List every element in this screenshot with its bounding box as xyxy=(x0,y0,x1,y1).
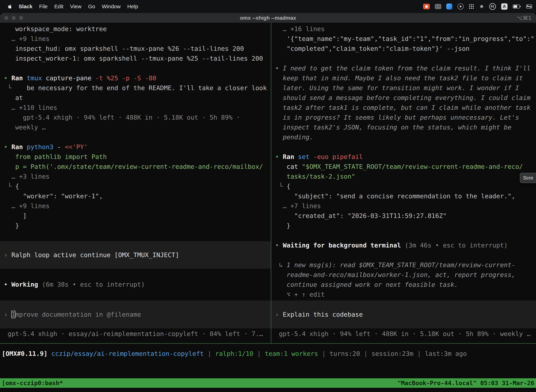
close-button[interactable] xyxy=(4,16,9,20)
terminal-line: weekly … xyxy=(0,122,271,132)
menu-item-edit[interactable]: Edit xyxy=(54,4,63,9)
prompt-suggestion-row[interactable]: › Explain this codebase xyxy=(271,300,536,328)
terminal-line: readme-and-reco/mailbox/worker-1.json, a… xyxy=(271,270,536,280)
omx-status-line: [OMX#0.11.9] cczip/essay/ai-reimplementa… xyxy=(2,349,536,359)
terminal-line: • Ran tmux capture-pane -t %25 -p -S -80 xyxy=(0,73,271,83)
terminal-line: … +3 lines xyxy=(0,172,271,182)
menu-item-help[interactable]: Help xyxy=(127,4,138,9)
screen-tooltip: Scre xyxy=(520,173,536,183)
spacer xyxy=(0,289,271,300)
terminal-line: └ { xyxy=(0,182,271,191)
terminal-line: later. Using the same for transition mig… xyxy=(271,83,536,93)
terminal-pane-left[interactable]: workspace_mode: worktree … +9 lines insp… xyxy=(0,23,271,343)
menu-item-app[interactable]: Slack xyxy=(19,4,32,9)
terminal-line: • Waiting for background terminal (3m 46… xyxy=(271,240,536,250)
terminal-line: } xyxy=(271,221,536,231)
tmux-host-clock-label: "MacBook-Pro-44.local" 05:03 31-Mar-26 xyxy=(397,379,534,387)
utility-icon[interactable] xyxy=(479,0,484,13)
menu-item-go[interactable]: Go xyxy=(88,4,95,9)
display-grid-icon[interactable] xyxy=(435,0,441,13)
terminal-line: inspect_worker-1: omx sparkshell --tmux-… xyxy=(0,54,271,63)
terminal-line: "subject": "send a concise recommendatio… xyxy=(271,191,536,201)
terminal-line: inspect task2's JSON, focusing on the st… xyxy=(271,122,536,132)
terminal-line: continue assigned work or next feasible … xyxy=(271,280,536,289)
spacer xyxy=(0,231,271,241)
terminal-line: } xyxy=(0,221,271,231)
menu-item-file[interactable]: File xyxy=(39,4,48,9)
terminal-line: … +9 lines xyxy=(0,34,271,44)
tmux-status-bar: [omx-cczip0:bash* "MacBook-Pro-44.local"… xyxy=(0,378,536,388)
battery-icon[interactable] xyxy=(513,0,521,13)
terminal-line xyxy=(271,142,536,152)
terminal-line: • Working (6m 38s • esc to interrupt) xyxy=(0,280,271,289)
terminal-line: … +9 lines xyxy=(0,201,271,211)
terminal-line: gpt-5.4 xhigh · 94% left · 488K in · 5.1… xyxy=(271,329,536,339)
terminal-line: "created_at": "2026-03-31T11:59:27.816Z" xyxy=(271,211,536,221)
apple-menu-icon[interactable] xyxy=(8,4,12,9)
terminal-line: pending. xyxy=(271,132,536,142)
terminal-line: … +110 lines xyxy=(0,103,271,112)
terminal-line: … +16 lines xyxy=(271,24,536,34)
terminal-line: ] xyxy=(0,211,271,221)
battery-percent-text: 61 xyxy=(491,5,494,8)
input-source-icon[interactable]: A xyxy=(501,0,507,13)
screen-tooltip-text: Scre xyxy=(523,175,533,181)
tmux-session-window-label: [omx-cczip0:bash* xyxy=(2,379,63,387)
window-shortcut-badge: ⌥⌘1 xyxy=(517,15,531,21)
menu-bar: Slack File Edit View Go Window Help 61 A xyxy=(0,0,536,13)
terminal-line: … +7 lines xyxy=(271,201,536,211)
terminal-line: gpt-5.4 xhigh · essay/ai-reimplementatio… xyxy=(0,329,271,339)
minimize-button[interactable] xyxy=(12,16,16,20)
terminal-line: • Ran python3 - <<'PY' xyxy=(0,142,271,152)
menu-bar-left: Slack File Edit View Go Window Help xyxy=(0,4,138,9)
terminal-line: "worker": "worker-1", xyxy=(0,191,271,201)
window-title: omx --xhigh --madmax xyxy=(240,15,296,21)
circle-app-icon[interactable] xyxy=(458,0,464,13)
terminal-line: gpt-5.4 xhigh · 94% left · 488K in · 5.1… xyxy=(0,112,271,122)
terminal-pane-right[interactable]: … +16 lines '{"team_name":"my-team","tas… xyxy=(271,23,536,343)
screen-recording-indicator-icon[interactable] xyxy=(423,0,430,13)
traffic-lights xyxy=(4,16,23,20)
terminal-line: tasks/task-2.json" xyxy=(271,172,536,182)
prompt-suggestion-row[interactable]: › Improve documentation in @filename xyxy=(0,300,271,328)
control-center-icon[interactable] xyxy=(526,0,532,13)
prompt-suggestion-row[interactable]: › Ralph loop active continue [OMX_TMUX_I… xyxy=(0,241,271,269)
terminal-window: omx --xhigh --madmax ⌥⌘1 workspace_mode:… xyxy=(0,13,536,392)
menu-bar-status-items: 61 A xyxy=(423,0,536,13)
terminal-line: └ { xyxy=(271,182,536,191)
spacer xyxy=(0,269,271,280)
terminal-line: ↳ 1 new msg(s): read $OMX_TEAM_STATE_ROO… xyxy=(271,260,536,270)
terminal-line: '{"team_name":"my-team","task_id":"1","f… xyxy=(271,34,536,44)
menu-item-window[interactable]: Window xyxy=(102,4,121,9)
battery-percent-badge[interactable]: 61 xyxy=(489,0,496,13)
terminal-line: ⌥ + ↑ edit xyxy=(271,289,536,299)
zoom-button[interactable] xyxy=(19,16,23,20)
terminal-line: from pathlib import Path xyxy=(0,152,271,162)
terminal-line: keep that in mind. Maybe I also need the… xyxy=(271,73,536,83)
terminal-line xyxy=(271,54,536,63)
terminal-line: workspace_mode: worktree xyxy=(0,24,271,34)
input-source-letter: A xyxy=(503,4,506,9)
terminal-line: inspect_hud: omx sparkshell --tmux-pane … xyxy=(0,44,271,54)
terminal-line: • I need to get the claim token from the… xyxy=(271,63,536,73)
window-titlebar[interactable]: omx --xhigh --madmax ⌥⌘1 xyxy=(0,13,536,23)
terminal-line: • Ran set -euo pipefail xyxy=(271,152,536,162)
terminal-line xyxy=(271,250,536,260)
blue-app-icon[interactable] xyxy=(446,0,452,13)
terminal-line xyxy=(0,63,271,73)
terminal-line: "completed","claim_token":"claim-token"}… xyxy=(271,44,536,54)
tmux-hud-divider xyxy=(0,343,536,344)
menu-item-view[interactable]: View xyxy=(70,4,81,9)
terminal-line: is in progress? It seems likely but perh… xyxy=(271,112,536,122)
terminal-line: should send a message before completing … xyxy=(271,93,536,103)
terminal-line: p = Path('.omx/state/team/review-current… xyxy=(0,162,271,172)
terminal-line: at xyxy=(0,93,271,103)
terminal-line xyxy=(271,231,536,240)
terminal-line: cat "$OMX_TEAM_STATE_ROOT/team/review-cu… xyxy=(271,162,536,172)
apps-grid-icon[interactable] xyxy=(469,0,474,13)
terminal-line: task2 after task1 is complete, but can I… xyxy=(271,103,536,112)
terminal-line: └ be necessary for the end of the README… xyxy=(0,83,271,93)
terminal-line xyxy=(0,132,271,142)
